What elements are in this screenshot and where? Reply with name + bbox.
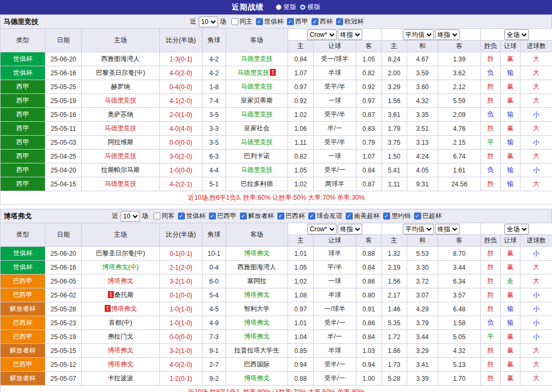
checkbox-icon[interactable] bbox=[153, 213, 160, 219]
checkbox-icon[interactable]: ✓ bbox=[346, 213, 353, 219]
home-team-name[interactable]: 首都(中) bbox=[109, 319, 133, 326]
league-checkbox-label: 世俱杯 bbox=[265, 17, 284, 26]
home-team-name[interactable]: 博塔弗戈 bbox=[108, 360, 134, 368]
home-team-name[interactable]: 马德里竞技 bbox=[105, 180, 137, 187]
layout-radio[interactable]: 横版 bbox=[300, 3, 321, 12]
checkbox-icon[interactable]: ✓ bbox=[383, 213, 390, 219]
home-team-name[interactable]: 博塔弗戈 bbox=[111, 305, 137, 312]
checkbox-icon[interactable]: ✓ bbox=[256, 18, 263, 25]
league-checkbox[interactable]: ✓巴西杯 bbox=[277, 211, 305, 221]
away-team-name[interactable]: 巴列卡诺 bbox=[244, 152, 270, 160]
home-team-name[interactable]: 弗拉门戈 bbox=[108, 333, 134, 340]
away-team-name[interactable]: 马德里竞技 bbox=[241, 166, 273, 174]
checkbox-icon[interactable]: ✓ bbox=[240, 213, 247, 219]
away-team-name[interactable]: 智利大学 bbox=[244, 305, 270, 312]
home-team-name[interactable]: 巴黎圣日尔曼(中) bbox=[96, 69, 145, 76]
away-team-name[interactable]: 博塔弗戈 bbox=[244, 291, 270, 299]
home-team-cell: 博塔弗戈 bbox=[82, 275, 160, 288]
away-team-name[interactable]: 皇家贝蒂斯 bbox=[241, 97, 273, 104]
checkbox-icon[interactable]: ✓ bbox=[336, 18, 343, 25]
euro-away-odds: 2.12 bbox=[438, 80, 481, 94]
checkbox-icon[interactable] bbox=[231, 18, 238, 25]
asia-handicap: 受平/半 bbox=[314, 80, 356, 94]
league-checkbox[interactable]: ✓世俱杯 bbox=[178, 211, 206, 221]
away-team-name[interactable]: 西雅图海湾人 bbox=[238, 263, 276, 271]
scope-select[interactable]: 全场 bbox=[504, 224, 529, 234]
away-team-name[interactable]: 博塔弗戈 bbox=[244, 333, 270, 340]
away-team-cell: 马德里竞技 bbox=[226, 108, 288, 122]
summary-text: 近10场,胜6平1负3, 胜率:60% 让胜率:50% 大率:70% 单率:30… bbox=[1, 191, 552, 205]
away-team-name[interactable]: 皇家社会 bbox=[244, 124, 270, 132]
home-team-name[interactable]: 阿拉维斯 bbox=[108, 138, 134, 146]
checkbox-icon[interactable]: ✓ bbox=[178, 213, 185, 219]
league-checkbox[interactable]: ✓欧冠杯 bbox=[336, 17, 364, 26]
league-checkbox[interactable]: ✓世俱杯 bbox=[256, 17, 284, 26]
checkbox-icon[interactable]: ✓ bbox=[277, 213, 284, 219]
layout-radio[interactable]: 竖版 bbox=[276, 3, 297, 12]
checkbox-icon[interactable]: ✓ bbox=[312, 18, 318, 25]
checkbox-icon[interactable]: ✓ bbox=[287, 18, 294, 25]
match-type: 世俱杯 bbox=[1, 247, 45, 261]
home-team-name[interactable]: 桑托斯 bbox=[114, 291, 134, 299]
euro-index-select[interactable]: 终指 bbox=[435, 224, 460, 234]
scope-select[interactable]: 全场 bbox=[504, 29, 529, 40]
home-team-name[interactable]: 博塔弗戈 bbox=[108, 347, 134, 354]
euro-away-odds: 5.05 bbox=[438, 330, 481, 344]
asia-source-select[interactable]: Crow* bbox=[307, 29, 337, 40]
goals-result-cell: 大 bbox=[520, 344, 552, 358]
home-team-name[interactable]: 巴黎圣日尔曼(中) bbox=[96, 249, 145, 257]
league-checkbox-label: 欧冠杯 bbox=[345, 17, 364, 26]
away-team-name[interactable]: 巴西国际 bbox=[244, 360, 270, 368]
euro-source-select[interactable]: 平均值 bbox=[403, 224, 434, 234]
asia-index-select[interactable]: 终指 bbox=[338, 29, 362, 40]
checkbox-icon[interactable]: ✓ bbox=[209, 213, 216, 219]
away-team-name[interactable]: 博塔弗戈 bbox=[244, 319, 270, 326]
euro-source-select[interactable]: 平均值 bbox=[403, 29, 434, 40]
home-team-name[interactable]: 博塔弗戈 bbox=[108, 277, 134, 285]
away-team-name[interactable]: 博塔弗戈 bbox=[244, 374, 270, 382]
home-team-name[interactable]: 马德里竞技 bbox=[105, 124, 137, 132]
league-checkbox-label: 解放者杯 bbox=[248, 211, 274, 221]
home-team-name[interactable]: 卡拉波波 bbox=[108, 374, 134, 382]
away-team-name[interactable]: 马德里竞技 bbox=[241, 111, 273, 118]
same-venue-checkbox[interactable]: 同主 bbox=[231, 17, 253, 26]
checkbox-icon[interactable]: ✓ bbox=[308, 213, 315, 219]
home-team-name[interactable]: 西雅图海湾人 bbox=[102, 55, 140, 62]
home-team-name[interactable]: 马德里竞技 bbox=[105, 152, 137, 160]
away-team-name[interactable]: 马德里竞技 bbox=[241, 55, 273, 62]
asia-index-select[interactable]: 终指 bbox=[338, 224, 362, 234]
league-checkbox[interactable]: ✓南美超杯 bbox=[346, 211, 380, 221]
league-checkbox[interactable]: ✓巴超杯 bbox=[414, 211, 442, 221]
match-type: 世俱杯 bbox=[1, 261, 45, 275]
asia-source-select[interactable]: Crow* bbox=[307, 224, 337, 234]
col-header-away: 客场 bbox=[226, 223, 288, 247]
home-team-name[interactable]: 马德里竞技 bbox=[105, 97, 137, 104]
match-count-select[interactable]: 10 bbox=[121, 211, 140, 222]
league-checkbox[interactable]: ✓西杯 bbox=[312, 17, 333, 26]
euro-draw-odds: 3.07 bbox=[407, 288, 438, 302]
same-venue-checkbox[interactable]: 同客 bbox=[153, 211, 175, 221]
euro-index-select[interactable]: 终指 bbox=[435, 29, 460, 40]
away-team-name[interactable]: 巴拉多利德 bbox=[241, 180, 273, 187]
home-team-name[interactable]: 奥萨苏纳 bbox=[108, 111, 134, 118]
league-checkbox[interactable]: ✓球会友谊 bbox=[308, 211, 343, 221]
away-team-name[interactable]: 马德里竞技 bbox=[241, 83, 273, 90]
away-team-name[interactable]: 博塔弗戈 bbox=[244, 249, 270, 257]
matches-table: 类型日期主场比分(半场)角球客场Crow*终指平均值终指全场主让球客主和客胜负让… bbox=[0, 223, 552, 392]
away-team-name[interactable]: 马德里竞技 bbox=[237, 69, 269, 76]
league-checkbox[interactable]: ✓巴西甲 bbox=[209, 211, 237, 221]
league-checkbox[interactable]: ✓解放者杯 bbox=[240, 211, 274, 221]
home-team-name[interactable]: 拉斯帕尔马斯 bbox=[102, 166, 140, 174]
league-checkbox[interactable]: ✓里约锦 bbox=[383, 211, 411, 221]
col-header-asia_away: 客 bbox=[356, 235, 382, 247]
home-team-name[interactable]: 博塔弗戈(中) bbox=[103, 263, 139, 271]
away-team-name[interactable]: 塞阿拉 bbox=[247, 277, 267, 285]
away-team-name[interactable]: 马德里竞技 bbox=[241, 138, 273, 146]
home-team-name[interactable]: 赫罗纳 bbox=[111, 83, 130, 90]
col-header-result: 胜负 bbox=[481, 235, 501, 247]
league-checkbox[interactable]: ✓西甲 bbox=[287, 17, 308, 26]
asia-handicap: 受一/球半 bbox=[314, 52, 356, 66]
away-team-name[interactable]: 拉普拉塔大学生 bbox=[235, 347, 279, 354]
checkbox-icon[interactable]: ✓ bbox=[414, 213, 421, 219]
match-count-select[interactable]: 10 bbox=[199, 17, 218, 27]
